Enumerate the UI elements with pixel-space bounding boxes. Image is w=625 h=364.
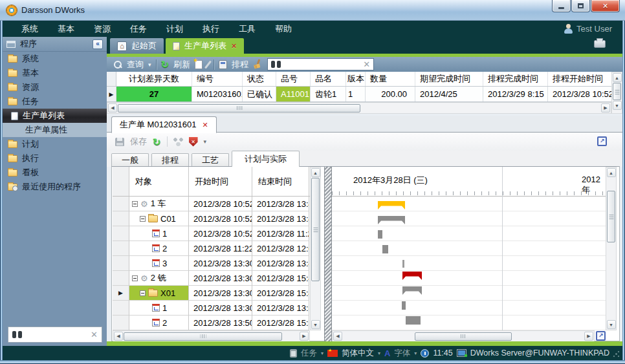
menu-plan[interactable]: 计划 (157, 21, 193, 37)
sidebar-item-execute[interactable]: 执行 (3, 151, 107, 166)
gantt-bar-summary[interactable] (378, 216, 405, 224)
scrollbar-thumb[interactable] (118, 104, 360, 112)
collapse-expander-icon[interactable] (132, 275, 138, 281)
close-button[interactable]: ✕ (591, 0, 620, 12)
scrollbar-thumb[interactable] (124, 332, 282, 341)
menu-resource[interactable]: 资源 (84, 21, 120, 37)
tree-vertical-scrollbar[interactable]: ▲ ▼ (310, 167, 321, 330)
scrollbar-thumb[interactable] (613, 83, 621, 100)
query-dropdown-icon[interactable]: ▾ (148, 61, 151, 68)
col-item-no[interactable]: 品号 (276, 72, 311, 86)
tree-row-op-1b[interactable]: 1 2012/3/28 13:30 2012/3/28 13:50 (113, 301, 310, 316)
query-button[interactable]: 查询 (127, 59, 144, 70)
scroll-down-icon[interactable]: ▼ (613, 101, 622, 110)
col-code[interactable]: 编号 (192, 72, 243, 86)
status-language[interactable]: 简体中文 (342, 348, 374, 359)
splitter-handle[interactable] (324, 167, 332, 341)
scrollbar-thumb[interactable] (415, 332, 512, 341)
resize-grip[interactable] (613, 350, 620, 358)
col-plan-diff-days[interactable]: 计划差异天数 (116, 72, 192, 86)
gantt-bar-summary[interactable] (402, 286, 422, 295)
col-status[interactable]: 状态 (243, 72, 276, 86)
grid-data-row[interactable]: ▶ 27 M012031601 已确认 A11001 齿轮1 1 200.00 … (107, 87, 611, 102)
col-sched-start[interactable]: 排程开始时间 (548, 72, 611, 86)
sidebar-item-recent-programs[interactable]: 最近使用的程序 (3, 180, 107, 194)
gantt-bar-task[interactable] (382, 245, 388, 253)
grid-horizontal-scrollbar[interactable]: ◀ ▶ (107, 102, 611, 114)
sidebar-collapse-button[interactable]: « (93, 39, 103, 49)
status-task[interactable]: 任务 (301, 348, 317, 359)
subtab-plan-vs-actual[interactable]: 计划与实际 (232, 151, 300, 167)
menu-help[interactable]: 帮助 (265, 21, 302, 37)
status-font[interactable]: 字体 (394, 348, 410, 359)
current-user[interactable]: Test User (564, 21, 612, 37)
shield-dropdown-icon[interactable]: ▾ (204, 138, 207, 145)
tab-start-page[interactable]: ⌂ 起始页 (110, 38, 164, 54)
tree-row-op-2b[interactable]: 2 2012/3/28 13:50 2012/3/28 15:30 (113, 316, 310, 330)
tree-row-machine-2[interactable]: ⚙2 铣 2012/3/28 13:30 2012/3/28 15:40 (113, 271, 310, 286)
subtab-schedule[interactable]: 排程 (151, 153, 189, 167)
new-document-icon[interactable]: ★ (195, 60, 203, 69)
scrollbar-thumb[interactable] (311, 178, 320, 281)
schedule-button[interactable]: 排程 (232, 59, 248, 70)
maximize-button[interactable] (571, 0, 590, 12)
language-dropdown-icon[interactable]: ▾ (378, 350, 380, 356)
toolbar-search-input[interactable] (284, 59, 360, 69)
menu-execute[interactable]: 执行 (193, 21, 229, 37)
gantt-bar-task[interactable] (402, 301, 406, 310)
col-expect-finish[interactable]: 期望完成时间 (415, 72, 483, 86)
menu-task[interactable]: 任务 (120, 21, 157, 37)
sidebar-item-system[interactable]: 系统 (3, 52, 107, 66)
tree-col-object[interactable]: 对象 (129, 167, 189, 196)
collapse-expander-icon[interactable] (132, 201, 138, 207)
tab-close-icon[interactable]: ✕ (231, 42, 237, 50)
gantt-bar-task[interactable] (378, 230, 382, 239)
tree-row-op-1[interactable]: 1 2012/3/28 10:52 2012/3/28 11:22 (113, 226, 310, 241)
scroll-up-icon[interactable]: ▲ (607, 168, 616, 177)
collapse-expander-icon[interactable] (140, 290, 146, 296)
tree-col-end[interactable]: 结束时间 (252, 167, 309, 196)
collapse-expander-icon[interactable] (140, 216, 146, 222)
col-sched-finish[interactable]: 排程完成时间 (483, 72, 548, 86)
clear-search-icon[interactable]: ✕ (363, 59, 370, 69)
gantt-bar-task[interactable] (402, 260, 404, 268)
sidebar-item-basic[interactable]: 基本 (3, 66, 107, 80)
scroll-down-icon[interactable]: ▼ (311, 320, 320, 329)
refresh-icon[interactable]: ↻ (161, 59, 170, 69)
gantt-expand-icon[interactable]: ↗ (596, 331, 606, 341)
scroll-up-icon[interactable]: ▲ (311, 168, 320, 177)
sidebar-item-resource[interactable]: 资源 (3, 80, 107, 94)
tree-row-resource-x01-selected[interactable]: ▶ X01 2012/3/28 13:30 2012/3/28 15:40 (113, 286, 310, 301)
save-button[interactable]: 保存 (130, 136, 147, 147)
sidebar-item-production-order-props[interactable]: 生产单属性 (3, 123, 107, 137)
sidebar-item-kanban[interactable]: 看板 (3, 166, 107, 180)
gantt-bar-summary[interactable] (378, 201, 405, 209)
grid-vertical-scrollbar[interactable]: ▲ ▼ (611, 72, 622, 114)
tree-horizontal-scrollbar[interactable]: ◀ ▶ (113, 330, 310, 342)
printer-icon[interactable] (594, 40, 606, 48)
detail-tab-production-order[interactable]: 生产单 M012031601 ✕ (111, 116, 217, 133)
scroll-left-icon[interactable]: ◀ (114, 332, 123, 341)
menu-basic[interactable]: 基本 (48, 21, 84, 37)
tree-row-machine-1[interactable]: ⚙1 车 2012/3/28 10:52 2012/3/28 13:40 (113, 197, 310, 211)
subtab-general[interactable]: 一般 (111, 153, 149, 167)
tree-row-op-2[interactable]: 2 2012/3/28 11:22 2012/3/28 12:00 (113, 241, 310, 256)
tree-col-start[interactable]: 开始时间 (189, 167, 252, 196)
scrollbar-thumb[interactable] (607, 191, 615, 242)
clear-broom-icon[interactable] (252, 58, 263, 70)
sidebar-item-production-order-list[interactable]: 生产单列表 (3, 109, 107, 123)
task-dropdown-icon[interactable]: ▾ (321, 350, 323, 356)
col-qty[interactable]: 数量 (366, 72, 415, 86)
scroll-up-icon[interactable]: ▲ (613, 73, 622, 82)
scroll-left-icon[interactable]: ◀ (108, 103, 117, 112)
tree-row-resource-c01[interactable]: C01 2012/3/28 10:52 2012/3/28 13:40 (113, 211, 310, 226)
menu-tools[interactable]: 工具 (229, 21, 265, 37)
col-version[interactable]: 版本 (346, 72, 366, 86)
gantt-vertical-scrollbar[interactable]: ▲ ▼ (606, 167, 617, 330)
sidebar-search-input[interactable] (25, 330, 87, 339)
tree-row-op-3[interactable]: 3 2012/3/28 13:30 2012/3/28 13:40 (113, 256, 310, 271)
refresh-button[interactable]: 刷新 (173, 59, 190, 70)
scroll-right-icon[interactable]: ▶ (300, 332, 309, 341)
validate-shield-icon[interactable]: ✕ (189, 137, 198, 147)
open-in-window-icon[interactable]: ↗ (597, 136, 607, 146)
